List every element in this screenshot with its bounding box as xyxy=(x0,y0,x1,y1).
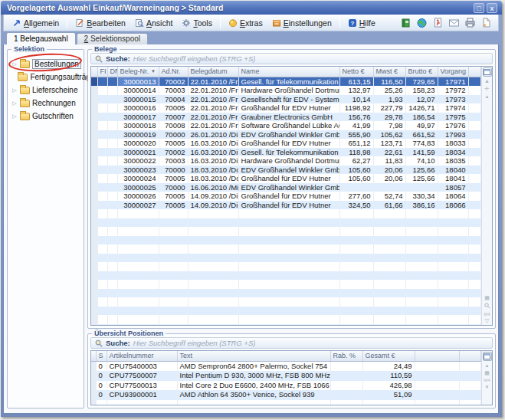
table-cell[interactable]: 51,09 xyxy=(362,390,415,400)
column-chooser-icon[interactable] xyxy=(483,352,492,361)
table-cell[interactable]: 651,12 xyxy=(339,139,373,148)
table-cell[interactable]: 156,76 xyxy=(339,113,373,122)
table-cell[interactable] xyxy=(107,192,117,201)
table-cell[interactable]: 18041 xyxy=(438,174,468,183)
table-cell[interactable]: 62,27 xyxy=(339,156,373,166)
table-cell[interactable]: 132,97 xyxy=(339,86,373,95)
table-cell[interactable] xyxy=(468,103,481,113)
table-row[interactable]: 300000157000422.01.2010 /FrGesellschaft … xyxy=(91,95,481,104)
table-cell[interactable] xyxy=(415,361,459,371)
table-cell[interactable] xyxy=(468,95,481,104)
table-cell[interactable]: 22.01.2010 /Fr xyxy=(188,103,238,113)
table-cell[interactable]: 30000025 xyxy=(117,183,159,192)
table-cell[interactable]: 125,66 xyxy=(405,174,438,183)
print-icon[interactable] xyxy=(464,17,476,29)
table-row[interactable]: 300000237000018.03.2010 /DoEDV Großhande… xyxy=(91,166,481,175)
table-cell[interactable]: 158,23 xyxy=(405,86,438,95)
table-cell[interactable]: 30000013 xyxy=(117,77,159,86)
column-header-brutto[interactable]: Brutto € xyxy=(405,67,438,77)
column-header-belegdatum[interactable]: Belegdatum xyxy=(188,67,238,77)
table-row[interactable]: 0CPU77500013Intel Core 2 Duo E6600, 2400… xyxy=(91,381,481,391)
table-cell[interactable] xyxy=(468,156,481,166)
table-cell[interactable]: 17973 xyxy=(438,95,468,104)
table-cell[interactable] xyxy=(97,166,107,175)
globe-icon[interactable] xyxy=(415,17,428,29)
table-cell[interactable]: Gesell. für Telekommunikation xyxy=(238,148,339,157)
table-cell[interactable]: 30000022 xyxy=(117,156,159,166)
table-cell[interactable]: 70003 xyxy=(159,156,188,166)
table-cell[interactable] xyxy=(97,130,107,139)
table-cell[interactable]: 70007 xyxy=(159,113,188,122)
table-cell[interactable]: EDV Großhandel Winkler GmbH xyxy=(238,166,339,175)
tab-selektionspool[interactable]: 2 Selektionspool xyxy=(77,33,148,44)
close-window-icon[interactable]: x xyxy=(487,3,497,13)
table-row[interactable]: 300000227000316.03.2010 /DiHardware Groß… xyxy=(91,156,481,166)
table-cell[interactable]: 49,97 xyxy=(405,121,438,130)
table-cell[interactable]: 17972 xyxy=(438,86,468,95)
table-row[interactable]: 300000257000016.06.2010 /MiEDV Großhande… xyxy=(91,183,481,192)
table-cell[interactable]: 52,74 xyxy=(373,192,405,201)
table-cell[interactable]: Großhandel für EDV Hutner xyxy=(238,103,339,113)
layout-grid-icon[interactable]: ▦ xyxy=(484,295,490,301)
table-cell[interactable]: 30000023 xyxy=(117,166,159,175)
table-cell[interactable] xyxy=(107,130,117,139)
table-cell[interactable] xyxy=(415,390,459,400)
table-cell[interactable]: 70005 xyxy=(159,192,188,201)
table-cell[interactable]: 30000021 xyxy=(117,148,159,157)
table-cell[interactable]: 22.01.2010 /Fr xyxy=(188,95,238,104)
table-cell[interactable]: Graubner Electronics GmbH xyxy=(238,113,339,122)
table-cell[interactable]: 277,60 xyxy=(339,192,373,201)
table-cell[interactable]: AMD Athlon 64 3500+ Venice, Sockel 939 xyxy=(177,390,330,400)
table-cell[interactable]: 426,98 xyxy=(362,381,415,391)
table-row[interactable]: 0CPU93900001AMD Athlon 64 3500+ Venice, … xyxy=(91,390,481,400)
table-cell[interactable]: 330,34 xyxy=(405,192,438,201)
table-cell[interactable]: 1198,92 xyxy=(339,103,373,113)
column-chooser-icon[interactable] xyxy=(483,67,492,77)
table-cell[interactable]: 20,06 xyxy=(373,166,405,175)
table-cell[interactable] xyxy=(97,183,107,192)
table-cell[interactable]: 18066 xyxy=(438,201,468,210)
table-cell[interactable]: 11,83 xyxy=(373,156,405,166)
column-header-s[interactable]: S xyxy=(96,351,107,361)
table-cell[interactable]: 18035 xyxy=(438,156,468,166)
table-cell[interactable]: 105,60 xyxy=(339,174,373,183)
table-cell[interactable] xyxy=(107,148,117,157)
table-cell[interactable] xyxy=(468,139,481,148)
table-cell[interactable]: 7,98 xyxy=(373,121,405,130)
table-cell[interactable] xyxy=(330,390,362,400)
chevron-expand-icon[interactable]: ▷ xyxy=(11,61,18,67)
column-header-vorgang[interactable]: Vorgang xyxy=(438,67,468,77)
table-cell[interactable]: Software Großhandel Lübke AG xyxy=(238,121,339,130)
chevron-expand-icon[interactable]: ▷ xyxy=(11,113,18,120)
scroll-top-icon[interactable]: ▲ xyxy=(485,94,490,100)
column-header-name[interactable]: Name xyxy=(238,67,339,77)
table-cell[interactable] xyxy=(97,174,107,183)
table-cell[interactable]: 70000 xyxy=(159,130,188,139)
table-cell[interactable]: Intel Pentium D 930, 3000 MHz, FSB 800 M… xyxy=(177,371,330,381)
table-cell[interactable]: 0 xyxy=(96,390,107,400)
tree-item-rechnungen[interactable]: ▷ Rechnungen xyxy=(8,97,84,110)
table-cell[interactable]: 110,59 xyxy=(362,371,415,381)
scroll-up-icon[interactable]: ▲ xyxy=(485,363,490,369)
table-row[interactable]: 0CPU77500007Intel Pentium D 930, 3000 MH… xyxy=(91,371,481,381)
archive-icon[interactable] xyxy=(399,17,412,29)
table-row[interactable]: 300000167000522.01.2010 /FrGroßhandel fü… xyxy=(91,103,481,113)
table-cell[interactable]: 18.03.2010 /Do xyxy=(188,174,238,183)
table-cell[interactable] xyxy=(97,103,107,113)
column-header-belegnr[interactable]: Beleg-Nr.▼ xyxy=(117,67,159,77)
table-row[interactable]: 300000147000322.01.2010 /FrHardware Groß… xyxy=(91,86,481,95)
table-cell[interactable]: 22.01.2010 /Fr xyxy=(188,113,238,122)
table-cell[interactable]: EDV Großhandel Winkler GmbH xyxy=(238,130,339,139)
table-row[interactable]: 300000207000516.03.2010 /DiGroßhandel fü… xyxy=(91,139,481,148)
table-cell[interactable] xyxy=(468,166,481,175)
column-header-netto[interactable]: Netto € xyxy=(339,67,373,77)
table-row[interactable]: 300000277000514.09.2010 /DiGroßhandel fü… xyxy=(91,201,481,210)
zoom-grid-icon[interactable] xyxy=(484,303,490,310)
table-cell[interactable]: 18034 xyxy=(438,148,468,157)
table-row[interactable]: 300000267000514.09.2010 /DiGroßhandel fü… xyxy=(91,192,481,201)
table-cell[interactable]: 17971 xyxy=(438,77,468,86)
table-cell[interactable] xyxy=(330,361,362,371)
format-icon[interactable]: M4 xyxy=(484,378,490,382)
format-icon[interactable]: M4 xyxy=(484,312,490,317)
table-cell[interactable]: 17976 xyxy=(438,121,468,130)
